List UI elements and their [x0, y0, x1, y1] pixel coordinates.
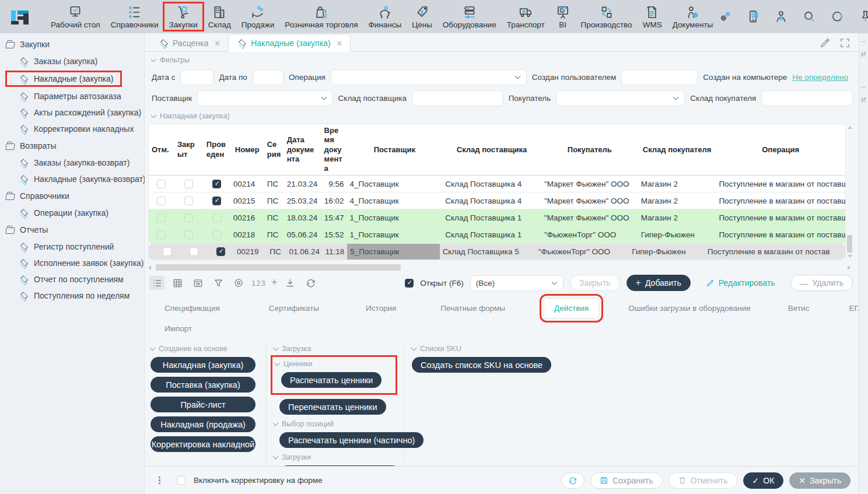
date-cell[interactable]: 25.03.24	[284, 192, 321, 209]
column-header[interactable]: Проведен	[204, 138, 230, 161]
closed-cell[interactable]	[174, 209, 204, 226]
fullscreen-icon[interactable]	[839, 37, 850, 48]
created-by-input[interactable]	[621, 69, 698, 85]
date-cell[interactable]: 05.06.24	[284, 226, 321, 243]
open-filter-checkbox[interactable]	[405, 279, 414, 288]
grid-section-header[interactable]: Накладная (закупка)	[152, 112, 859, 120]
pin-icon[interactable]	[858, 9, 868, 24]
nav-desktop[interactable]: Рабочий стол	[46, 3, 106, 30]
closed-checkbox[interactable]	[184, 213, 193, 222]
tab-actions[interactable]: Действия	[544, 298, 599, 318]
nav-purchases[interactable]: Закупки	[164, 3, 203, 30]
horizontal-scrollbar[interactable]	[148, 264, 850, 271]
supplier-cell[interactable]: 4_Поставщик	[347, 192, 443, 209]
series-cell[interactable]: ПС	[267, 244, 286, 260]
posted-checkbox[interactable]	[216, 247, 225, 256]
nav-prices[interactable]: Цены	[407, 3, 438, 30]
grid-row-selected[interactable]: 00219 ПС 01.06.24 11:18 5_Поставщик Скла…	[149, 243, 845, 260]
created-on-value-link[interactable]: Не определено	[792, 73, 848, 82]
nav-finance[interactable]: Финансы	[363, 3, 407, 30]
settings-icon[interactable]	[718, 9, 733, 24]
column-header[interactable]: Склад покупателя	[638, 143, 716, 156]
nav-documents[interactable]: Документы	[667, 3, 719, 30]
edit-button[interactable]: Редактировать	[697, 275, 784, 291]
closed-cell[interactable]	[174, 176, 204, 192]
column-header[interactable]: Номер	[230, 143, 264, 156]
posted-checkbox[interactable]	[212, 180, 221, 188]
tab-specification[interactable]: Спецификация	[156, 298, 228, 318]
supplier-warehouse-cell[interactable]: Склад Поставщика 1	[442, 209, 541, 226]
grid-row[interactable]: 00216 ПС 18.03.24 15:47 1_Поставщик Скла…	[149, 209, 845, 226]
scroll-right-arrow[interactable]	[848, 265, 850, 270]
settings-gear-icon[interactable]	[231, 276, 246, 290]
closed-checkbox[interactable]	[190, 247, 198, 256]
supplier-select[interactable]	[197, 90, 332, 106]
posted-cell[interactable]	[204, 176, 230, 192]
loads-header[interactable]: Загрузки	[274, 453, 404, 461]
create-supply-purchase-button[interactable]: Поставка (закупка)	[150, 377, 256, 393]
feedback-icon[interactable]	[746, 9, 761, 24]
edit-pencil-icon[interactable]	[820, 37, 831, 48]
buyer-cell[interactable]: "ФьюженТорг" ООО	[536, 244, 629, 260]
buyer-cell[interactable]: "Маркет Фьюжен" ООО	[541, 192, 638, 209]
refresh-icon[interactable]	[303, 276, 318, 290]
supplier-warehouse-input[interactable]	[412, 90, 503, 106]
user-lock-icon[interactable]	[774, 9, 789, 24]
posted-cell[interactable]	[208, 244, 234, 260]
column-header[interactable]: Отм.	[149, 143, 174, 156]
supplier-warehouse-cell[interactable]: Склад Поставщика 5	[440, 244, 536, 260]
date-cell[interactable]: 21.03.24	[284, 176, 321, 192]
pricetags-header[interactable]: Ценники	[275, 360, 382, 368]
nav-equipment[interactable]: Оборудование	[438, 3, 502, 30]
download-icon[interactable]	[283, 276, 298, 290]
posted-cell[interactable]	[204, 192, 230, 209]
operation-cell[interactable]: Поступление в магазин от поставщика	[705, 244, 830, 260]
buyer-warehouse-cell[interactable]: Магазин 2	[638, 192, 716, 209]
supplier-warehouse-cell[interactable]: Склад Поставщика 4	[442, 176, 541, 192]
print-pricetags-partial-button[interactable]: Распечатать ценники (частично)	[279, 432, 424, 448]
tree-item-autoorder-params[interactable]: Параметры автозаказа	[0, 88, 144, 104]
select-positions-header[interactable]: Выбор позиций	[274, 420, 404, 428]
buyer-warehouse-cell[interactable]: Гипер-Фьюжен	[638, 226, 716, 243]
tree-item-orders-purchase[interactable]: Заказы (закупка)	[0, 53, 144, 69]
number-cell[interactable]: 00216	[230, 209, 264, 226]
date-from-input[interactable]	[180, 69, 214, 85]
marked-cell[interactable]	[149, 226, 174, 243]
tree-item-orders-return[interactable]: Заказы (закупка-возврат)	[0, 155, 144, 171]
create-sku-list-button[interactable]: Создать список SKU на основе	[412, 357, 551, 373]
filters-header[interactable]: Фильтры	[152, 56, 853, 64]
number-cell[interactable]: 00219	[234, 244, 267, 260]
series-cell[interactable]: ПС	[264, 192, 284, 209]
create-invoice-correction-button[interactable]: Корректировка накладной	[150, 436, 256, 452]
supplier-cell[interactable]: 1_Поставщик	[347, 226, 443, 243]
closed-cell[interactable]	[180, 244, 208, 260]
date-cell[interactable]: 01.06.24	[286, 244, 322, 260]
load-header[interactable]: Загрузка	[274, 345, 404, 353]
marked-checkbox[interactable]	[157, 197, 166, 205]
state-filter-select[interactable]: (Все)	[470, 275, 564, 291]
tree-item-invoice-corrections[interactable]: Корректировки накладных	[0, 121, 144, 137]
series-cell[interactable]: ПС	[264, 176, 284, 192]
add-column-icon[interactable]: +	[271, 276, 278, 289]
time-cell[interactable]: 16:02	[321, 192, 347, 209]
scroll-thumb[interactable]	[156, 264, 401, 271]
posted-cell[interactable]	[204, 209, 230, 226]
operation-cell[interactable]: Поступление в магазин от поставщика	[716, 192, 845, 209]
closed-checkbox[interactable]	[184, 197, 193, 205]
posted-checkbox[interactable]	[212, 197, 221, 205]
nav-transport[interactable]: Транспорт	[502, 3, 550, 30]
time-cell[interactable]: 15:52	[321, 226, 347, 243]
tab-equipment-load-errors[interactable]: Ошибки загрузки в оборудование	[620, 298, 759, 318]
marked-checkbox[interactable]	[163, 247, 172, 256]
nav-sales[interactable]: Продажи	[236, 3, 279, 30]
grid-row[interactable]: 00218 ПС 05.06.24 15:52 1_Поставщик Скла…	[149, 226, 845, 243]
tab-history[interactable]: История	[358, 298, 404, 318]
nav-directory[interactable]: Справочники	[106, 3, 164, 30]
tree-group-purchases[interactable]: Закупки	[0, 36, 144, 53]
refresh-form-button[interactable]	[561, 472, 584, 489]
numbering-toggle[interactable]: 123	[251, 279, 266, 288]
column-header[interactable]: Покупатель	[541, 143, 638, 156]
tab-invoices-purchase[interactable]: Накладные (закупка) ✕	[228, 34, 351, 52]
tree-item-receipts-by-week[interactable]: Поступления по неделям	[0, 288, 144, 304]
ok-button[interactable]: ✓ОК	[743, 472, 784, 489]
